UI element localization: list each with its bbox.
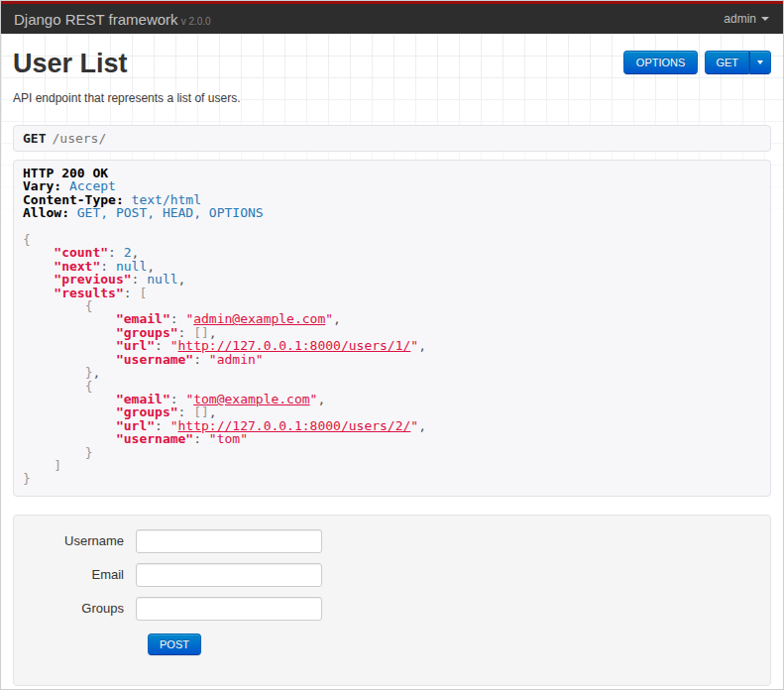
get-button[interactable]: GET: [705, 51, 749, 74]
page: Django REST frameworkv 2.0.0 admin User …: [0, 0, 784, 690]
chevron-down-icon: [757, 60, 763, 64]
request-bar: GET/users/: [13, 125, 771, 152]
page-description: API endpoint that represents a list of u…: [13, 91, 771, 105]
user-menu-dropdown[interactable]: admin: [724, 12, 769, 26]
request-path: /users/: [52, 131, 106, 146]
request-method: GET: [23, 131, 46, 146]
groups-label: Groups: [14, 597, 136, 621]
brand[interactable]: Django REST frameworkv 2.0.0: [14, 11, 211, 28]
chevron-down-icon: [761, 17, 769, 21]
email-label: Email: [14, 563, 136, 587]
navbar: Django REST frameworkv 2.0.0 admin: [1, 4, 783, 34]
options-button[interactable]: OPTIONS: [623, 51, 699, 74]
username-label: Username: [14, 529, 136, 553]
form-row-groups: Groups: [14, 597, 770, 621]
brand-version: v 2.0.0: [181, 16, 211, 27]
get-dropdown-toggle[interactable]: [749, 51, 771, 74]
brand-title: Django REST framework: [14, 11, 178, 28]
groups-input[interactable]: [136, 597, 322, 621]
create-user-form: Username Email Groups POST: [13, 515, 771, 686]
get-split-button: GET: [705, 51, 771, 74]
action-buttons: OPTIONS GET: [623, 51, 771, 74]
page-title: User List: [13, 48, 128, 79]
response-panel: HTTP 200 OK Vary: Accept Content-Type: t…: [13, 160, 771, 497]
main-content: User List OPTIONS GET API endpoint that …: [1, 48, 783, 686]
response-body: HTTP 200 OK Vary: Accept Content-Type: t…: [23, 167, 761, 486]
post-button[interactable]: POST: [148, 633, 201, 655]
form-row-email: Email: [14, 563, 770, 587]
page-header-row: User List OPTIONS GET: [13, 48, 771, 79]
email-input[interactable]: [136, 563, 322, 587]
user-menu-label: admin: [724, 12, 756, 26]
username-input[interactable]: [136, 529, 322, 553]
form-actions: POST: [148, 633, 770, 655]
form-row-username: Username: [14, 529, 770, 553]
